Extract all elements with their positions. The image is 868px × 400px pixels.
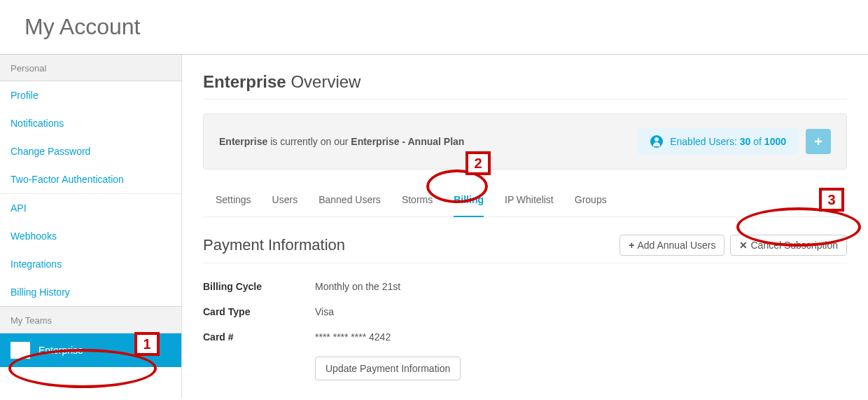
- sidebar-team-enterprise[interactable]: Enterprise: [0, 333, 181, 367]
- info-label: Card #: [203, 331, 315, 343]
- sidebar-item-profile[interactable]: Profile: [0, 81, 181, 109]
- sidebar-item-webhooks[interactable]: Webhooks: [0, 222, 181, 250]
- add-annual-users-button[interactable]: + Add Annual Users: [620, 235, 724, 256]
- sidebar: Personal Profile Notifications Change Pa…: [0, 55, 182, 399]
- plan-mid: is currently on our: [267, 136, 351, 147]
- tab-users[interactable]: Users: [272, 194, 298, 216]
- overview-title-bold: Enterprise: [203, 72, 286, 91]
- plan-bar: Enterprise is currently on our Enterpris…: [203, 113, 847, 170]
- main-content: Enterprise Overview Enterprise is curren…: [182, 55, 868, 399]
- info-value: **** **** **** 4242: [315, 331, 391, 343]
- enabled-users-text: Enabled Users: 30 of 1000: [670, 136, 786, 147]
- sidebar-item-two-factor[interactable]: Two-Factor Authentication: [0, 165, 181, 193]
- tab-groups[interactable]: Groups: [575, 194, 607, 216]
- info-value: Monthly on the 21st: [315, 281, 400, 292]
- info-row-card-number: Card # **** **** **** 4242: [203, 324, 847, 350]
- sidebar-item-billing-history[interactable]: Billing History: [0, 278, 181, 306]
- update-payment-button[interactable]: Update Payment Information: [315, 357, 461, 380]
- info-row-card-type: Card Type Visa: [203, 299, 847, 324]
- tab-banned-users[interactable]: Banned Users: [318, 194, 381, 216]
- overview-title-rest: Overview: [286, 72, 361, 91]
- close-icon: ✕: [739, 240, 748, 251]
- tabs: Settings Users Banned Users Storms Billi…: [203, 184, 847, 217]
- overview-title: Enterprise Overview: [203, 72, 847, 99]
- plan-text: Enterprise is currently on our Enterpris…: [219, 136, 464, 147]
- add-users-button[interactable]: +: [806, 129, 831, 154]
- cancel-subscription-button[interactable]: ✕ Cancel Subscription: [730, 235, 847, 256]
- user-icon: [650, 135, 663, 148]
- info-row-billing-cycle: Billing Cycle Monthly on the 21st: [203, 274, 847, 299]
- enabled-users-box[interactable]: Enabled Users: 30 of 1000: [638, 128, 799, 155]
- tab-storms[interactable]: Storms: [402, 194, 433, 216]
- sidebar-item-change-password[interactable]: Change Password: [0, 137, 181, 165]
- sidebar-item-integrations[interactable]: Integrations: [0, 250, 181, 278]
- sidebar-team-label: Enterprise: [38, 345, 83, 356]
- sidebar-section-teams: My Teams: [0, 306, 181, 333]
- tab-settings[interactable]: Settings: [216, 194, 251, 216]
- sidebar-section-personal: Personal: [0, 55, 181, 81]
- plus-icon: +: [814, 134, 822, 150]
- page-title: My Account: [24, 14, 868, 40]
- tab-billing[interactable]: Billing: [454, 194, 484, 217]
- plan-org: Enterprise: [219, 136, 267, 147]
- payment-info-grid: Billing Cycle Monthly on the 21st Card T…: [203, 274, 847, 380]
- info-label: Card Type: [203, 306, 315, 317]
- tab-ip-whitelist[interactable]: IP Whitelist: [505, 194, 554, 216]
- page-header: My Account: [0, 0, 868, 55]
- plus-icon: +: [629, 240, 634, 251]
- payment-info-title: Payment Information: [203, 236, 345, 254]
- info-label: Billing Cycle: [203, 281, 315, 292]
- sidebar-item-notifications[interactable]: Notifications: [0, 109, 181, 137]
- team-badge-icon: [10, 342, 30, 359]
- info-value: Visa: [315, 306, 334, 317]
- plan-name: Enterprise - Annual Plan: [351, 136, 464, 147]
- sidebar-item-api[interactable]: API: [0, 193, 181, 222]
